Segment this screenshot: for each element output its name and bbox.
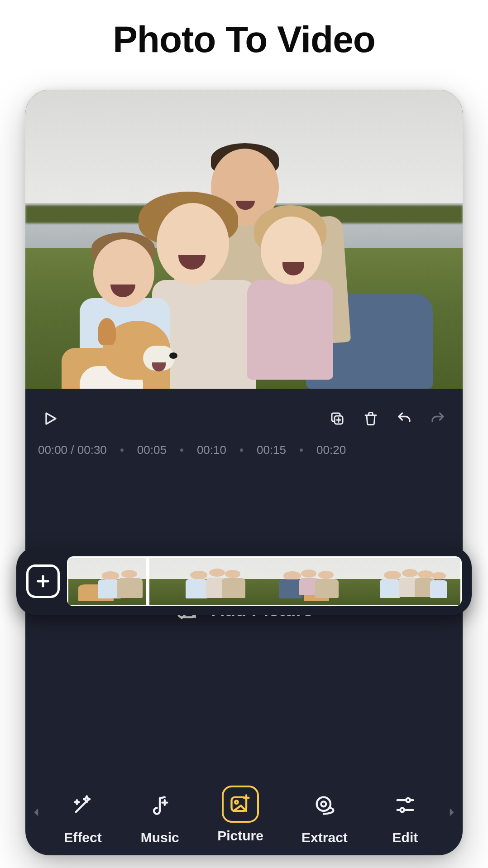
device-frame: 00:00 / 00:30 00:05 00:10 00:15 00:20 Ad… <box>25 90 463 855</box>
ruler-position: 00:00 / 00:30 <box>38 443 107 457</box>
picture-plus-icon <box>229 792 252 816</box>
ruler-tick: 00:10 <box>197 443 226 457</box>
timeline-clip[interactable] <box>264 558 363 605</box>
undo-button[interactable] <box>392 406 416 431</box>
redo-icon <box>430 410 446 427</box>
tool-label: Music <box>141 830 179 845</box>
tool-label: Extract <box>301 830 348 845</box>
chevron-left-icon <box>31 806 43 818</box>
hero-title: Photo To Video <box>0 18 488 61</box>
undo-icon <box>396 410 412 427</box>
timeline[interactable] <box>16 547 472 615</box>
tool-extract[interactable]: Extract <box>301 786 348 845</box>
ruler[interactable]: 00:00 / 00:30 00:05 00:10 00:15 00:20 <box>25 438 463 472</box>
timeline-clip[interactable] <box>167 558 265 605</box>
bottom-toolbar: Effect Music <box>25 769 463 855</box>
player-controls <box>25 389 463 438</box>
toolbar-scroll-left[interactable] <box>29 806 44 818</box>
delete-button[interactable] <box>359 406 383 431</box>
copy-icon <box>329 410 345 427</box>
ruler-tick: 00:20 <box>316 443 346 457</box>
svg-point-4 <box>235 800 238 804</box>
svg-point-8 <box>400 808 404 812</box>
tool-label: Edit <box>392 830 418 845</box>
tool-label: Picture <box>217 828 263 844</box>
copy-button[interactable] <box>325 406 349 431</box>
video-preview[interactable] <box>25 90 463 389</box>
svg-point-7 <box>406 798 410 802</box>
magic-wand-icon <box>71 793 95 817</box>
sliders-icon <box>393 793 417 817</box>
tool-edit[interactable]: Edit <box>386 786 425 845</box>
chevron-right-icon <box>445 806 457 818</box>
trash-icon <box>363 410 379 427</box>
svg-point-6 <box>321 801 326 806</box>
music-plus-icon <box>148 793 172 817</box>
timeline-clip[interactable] <box>68 558 167 605</box>
tool-picture[interactable]: Picture <box>217 786 263 844</box>
extract-icon <box>313 793 336 817</box>
redo-button[interactable] <box>426 406 450 431</box>
svg-point-5 <box>317 797 330 811</box>
tool-label: Effect <box>64 830 101 845</box>
play-icon <box>42 410 58 427</box>
plus-icon <box>34 573 52 590</box>
ruler-tick: 00:15 <box>257 443 286 457</box>
ruler-tick: 00:05 <box>137 443 167 457</box>
clips-strip[interactable] <box>67 556 462 606</box>
toolbar-scroll-right[interactable] <box>444 806 459 818</box>
play-button[interactable] <box>38 406 62 431</box>
timeline-clip[interactable] <box>363 558 461 605</box>
preview-illustration <box>62 149 426 380</box>
playhead[interactable] <box>146 556 149 606</box>
tool-effect[interactable]: Effect <box>63 786 102 845</box>
add-clip-button[interactable] <box>26 564 60 598</box>
tool-music[interactable]: Music <box>140 786 179 845</box>
